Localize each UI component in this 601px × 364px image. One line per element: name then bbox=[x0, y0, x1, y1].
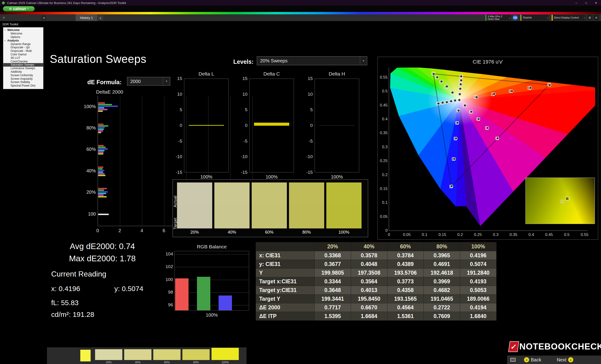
deltae-bar-yellow bbox=[98, 110, 103, 112]
deltae-bar-green bbox=[98, 147, 106, 148]
measured-point-magenta bbox=[463, 104, 466, 107]
close-workspace-icon[interactable]: ✕ bbox=[593, 15, 599, 20]
y-tick-label: 5 bbox=[303, 107, 313, 112]
x-tick-label: 0.45 bbox=[542, 232, 556, 237]
sidebar-item-dynamic-range[interactable]: Dynamic Range bbox=[3, 42, 43, 46]
tabbar: ≡ ◀ History 1 + X-Rite i1Pro 2 Direct Vi… bbox=[0, 14, 601, 21]
collapse-sidebar-button[interactable]: ◀ bbox=[41, 15, 46, 20]
current-fl: fL: 55.83 bbox=[51, 299, 79, 307]
gear-icon[interactable]: ⚙ bbox=[587, 15, 592, 20]
sidebar-item-additivity[interactable]: Additivity bbox=[3, 70, 43, 74]
table-header: 60% bbox=[387, 242, 424, 251]
delta-c-chart: Delta C 100% 151050-5-10-15 bbox=[238, 71, 296, 181]
cie-x-axis bbox=[389, 230, 588, 231]
y-tick-label: 0.15 bbox=[378, 186, 388, 191]
y-tick-label: -15 bbox=[303, 170, 313, 175]
sidebar-item-options[interactable]: Options bbox=[3, 35, 43, 39]
tab-history-1[interactable]: History 1 bbox=[76, 14, 97, 21]
deltae-bar-blue bbox=[98, 127, 105, 128]
x-tick-label: 0.55 bbox=[578, 232, 592, 237]
sidebar-item-color-gamut[interactable]: Color Gamut bbox=[3, 53, 43, 56]
screen-icon[interactable] bbox=[510, 358, 516, 362]
y-tick-label: 100% bbox=[78, 104, 96, 109]
de-formula-dropdown[interactable]: 2000 ▾ bbox=[127, 77, 170, 86]
table-cell: 0.3564 bbox=[351, 277, 387, 286]
y-tick-label: -5 bbox=[172, 139, 182, 144]
swatch-column-80 bbox=[289, 182, 324, 229]
sidebar-item-saturation-sweeps[interactable]: Saturation Sweeps bbox=[3, 63, 43, 67]
display-control-dropdown[interactable]: Direct Display Control ▾ bbox=[552, 15, 585, 21]
inset-target-square bbox=[561, 200, 564, 203]
x-axis-label: 100% bbox=[315, 174, 359, 180]
y-tick-label: 0.55 bbox=[378, 75, 388, 80]
y-tick-label: 100 bbox=[163, 277, 173, 282]
sidebar-item-welcome[interactable]: Welcome bbox=[3, 32, 43, 35]
sidebar-item-grayscale-multi[interactable]: Grayscale - Multi bbox=[3, 49, 43, 53]
table-cell: 1.6840 bbox=[460, 312, 497, 321]
sidebar-item-grayscale-2pt[interactable]: Grayscale - 2pt bbox=[3, 46, 43, 49]
y-tick-label: -10 bbox=[238, 154, 247, 159]
deltae-bar-red bbox=[98, 124, 103, 125]
deltae-bar-cyan bbox=[98, 172, 103, 173]
y-tick-label: 60% bbox=[78, 147, 96, 152]
meter-button[interactable]: X-Rite i1Pro 2 Direct View ▾ bbox=[485, 15, 511, 21]
measured-point-green bbox=[432, 72, 435, 76]
chart-title: RGB Balance bbox=[174, 244, 249, 249]
add-tab-button[interactable]: + bbox=[98, 15, 103, 20]
tree-section-analysis[interactable]: ▾Analysis bbox=[3, 39, 43, 42]
deltae-bar-green bbox=[98, 125, 108, 127]
y-tick-label: -10 bbox=[172, 154, 182, 159]
levels-dropdown[interactable]: 20% Sweeps ▾ bbox=[257, 56, 367, 65]
table-cell: 199.3441 bbox=[315, 295, 351, 303]
table-cell: 0.3969 bbox=[424, 277, 460, 286]
calman-menu-button[interactable]: ✿ calman ▾ bbox=[3, 6, 35, 11]
swatch-label: 60% bbox=[252, 230, 287, 235]
y-tick-label: 0.25 bbox=[378, 159, 388, 163]
minimize-button[interactable]: – bbox=[571, 0, 581, 6]
sidebar-item-screen-angularity[interactable]: Screen Angularity bbox=[3, 77, 43, 81]
next-button[interactable]: Next » bbox=[557, 357, 573, 363]
chevron-down-icon: ▾ bbox=[509, 17, 510, 19]
deltae-bar-yellow bbox=[98, 196, 107, 198]
sidebar-item-colorchecker[interactable]: ColorChecker bbox=[3, 60, 43, 63]
back-button[interactable]: « Back bbox=[524, 357, 541, 363]
table-row-label: Y bbox=[256, 268, 315, 277]
cie-diagram-panel: CIE 1976 u'v' 00.050.10.150.20.250.30.35… bbox=[378, 57, 598, 240]
tree-section-label: Welcome bbox=[7, 28, 20, 32]
table-cell: 0.3965 bbox=[424, 251, 460, 260]
panel-menu-icon[interactable]: ≡ bbox=[3, 16, 5, 19]
sidebar-item-screen-uniformity[interactable]: Screen Uniformity bbox=[3, 74, 43, 77]
delta-l-chart: Delta L 100% 151050-5-10-15 bbox=[172, 71, 231, 181]
current-patch-swatch bbox=[80, 350, 91, 361]
table-cell: 0.4048 bbox=[351, 260, 387, 268]
maximize-button[interactable]: □ bbox=[581, 0, 591, 6]
sidebar-item-3d-lut[interactable]: 3D LUT bbox=[3, 56, 43, 60]
table-cell: 1.5395 bbox=[315, 312, 351, 321]
swatch-label: 20% bbox=[177, 230, 212, 235]
source-dropdown[interactable]: Source ▾ bbox=[521, 15, 549, 21]
measured-point-cyan bbox=[437, 102, 440, 105]
deltae-bar-red bbox=[98, 166, 103, 168]
measured-point-green bbox=[440, 80, 443, 83]
x-tick-label: 0.4 bbox=[524, 232, 538, 237]
deltae-bar-magenta bbox=[98, 130, 103, 132]
y-tick-label: 0.35 bbox=[378, 131, 388, 135]
sidebar-item-luminance-sweeps[interactable]: Luminance Sweeps bbox=[3, 67, 43, 70]
table-cell: 0.4682 bbox=[424, 286, 460, 295]
sidebar-item-spectral-power-dist[interactable]: Spectral Power Dist. bbox=[3, 84, 43, 87]
deltae-bar-green bbox=[98, 190, 104, 191]
table-header: 20% bbox=[315, 242, 351, 251]
x-tick-label: 0 bbox=[92, 228, 103, 233]
table-cell: 0.3368 bbox=[315, 251, 351, 260]
sidebar-item-screen-stability[interactable]: Screen Stability bbox=[3, 80, 43, 84]
close-button[interactable]: ✕ bbox=[591, 0, 601, 6]
deltae-bar-red bbox=[98, 188, 107, 189]
actual-swatch bbox=[252, 182, 287, 205]
actual-swatch bbox=[214, 182, 250, 205]
measured-point-yellow bbox=[458, 93, 461, 96]
table-cell: 191.0465 bbox=[424, 295, 460, 303]
table-header: 100% bbox=[460, 242, 497, 251]
target-swatch bbox=[252, 205, 287, 229]
tree-section-welcome[interactable]: ▾Welcome bbox=[3, 28, 43, 32]
table-row-label: ΔE ITP bbox=[256, 312, 315, 321]
